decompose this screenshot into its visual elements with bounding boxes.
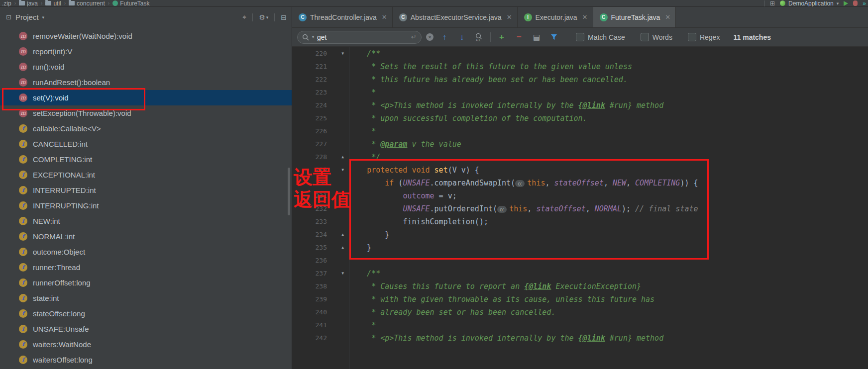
newline-icon[interactable]: ↵ (411, 33, 417, 41)
fold-marker-icon[interactable]: ▲ (327, 228, 349, 241)
run-anything-icon[interactable]: » (863, 0, 866, 7)
code-line[interactable]: 233 finishCompletion(); (292, 215, 868, 228)
code-line[interactable]: 241 * (292, 319, 868, 332)
breadcrumb-item[interactable]: util (44, 0, 62, 7)
code-line[interactable]: 230 if (UNSAFE.compareAndSwapInt(o:this,… (292, 177, 868, 189)
breadcrumb-item[interactable]: FutureTask (111, 0, 150, 7)
tree-item[interactable]: mrun():void (0, 59, 292, 75)
tree-item[interactable]: fUNSAFE:Unsafe (0, 321, 292, 337)
code-line[interactable]: 242 * <p>This method is invoked internal… (292, 332, 868, 345)
select-all-occurrences-icon[interactable]: ▤ (530, 33, 543, 42)
code-line[interactable]: 222 * this future has already been set o… (292, 73, 868, 86)
find-all-icon[interactable]: ALL (473, 33, 486, 41)
fold-marker-icon[interactable]: ▲ (327, 241, 349, 254)
code-line[interactable]: 239 * with the given throwable as its ca… (292, 293, 868, 306)
tree-item[interactable]: fstate:int (0, 290, 292, 306)
code-editor[interactable]: 220▼ /**221 * Sets the result of this fu… (292, 47, 868, 369)
breadcrumb-item[interactable]: java (18, 0, 39, 7)
close-icon[interactable]: ✕ (507, 13, 512, 21)
line-number: 233 (292, 215, 327, 228)
tree-item[interactable]: mreport(int):V (0, 44, 292, 59)
regex-checkbox[interactable]: Regex (688, 33, 720, 41)
tree-item[interactable]: fCANCELLED:int (0, 136, 292, 152)
field-icon: f (19, 356, 27, 364)
breadcrumb-label: java (27, 0, 38, 7)
fold-marker-icon[interactable]: ▼ (327, 47, 349, 60)
field-icon: f (19, 248, 27, 256)
project-panel-title[interactable]: Project (15, 13, 39, 21)
previous-occurrence-icon[interactable]: ↑ (438, 33, 451, 42)
code-line[interactable]: 228▲ */ (292, 151, 868, 164)
code-line[interactable]: 234▲ } (292, 228, 868, 241)
close-icon[interactable]: ✕ (665, 13, 670, 21)
filter-icon[interactable] (547, 34, 560, 40)
code-line[interactable]: 221 * Sets the result of this future to … (292, 60, 868, 73)
remove-selection-icon[interactable]: − (513, 32, 526, 42)
line-number: 225 (292, 112, 327, 125)
fold-marker-icon[interactable]: ▼ (327, 267, 349, 280)
tree-item[interactable]: mremoveWaiter(WaitNode):void (0, 28, 292, 44)
search-history-icon[interactable]: ▾ (312, 35, 314, 39)
code-line[interactable]: 237▼ /** (292, 267, 868, 280)
code-text: /** (349, 47, 868, 60)
code-line[interactable]: 240 * already been set or has been cance… (292, 306, 868, 319)
tree-item[interactable]: fwaiters:WaitNode (0, 337, 292, 352)
tree-item[interactable]: frunner:Thread (0, 260, 292, 275)
match-case-checkbox[interactable]: Match Case (576, 33, 625, 41)
tree-item[interactable]: foutcome:Object (0, 244, 292, 260)
tree-item[interactable]: fstateOffset:long (0, 306, 292, 321)
run-toolbar: ⊞ DemoApplication ▾ » (764, 0, 868, 7)
editor-tab[interactable]: IExecutor.java✕ (518, 7, 593, 27)
settings-icon[interactable]: ⚙▾ (259, 13, 268, 21)
debug-button[interactable] (853, 0, 858, 6)
tool-window-icon[interactable]: ⊞ (770, 0, 775, 7)
code-line[interactable]: 236 (292, 254, 868, 267)
fold-marker-icon[interactable]: ▼ (327, 164, 349, 177)
tree-item[interactable]: msetException(Throwable):void (0, 105, 292, 121)
clear-search-icon[interactable]: ✕ (426, 33, 434, 41)
code-line[interactable]: 229▼ protected void set(V v) { (292, 164, 868, 177)
code-line[interactable]: 238 * Causes this future to report an {@… (292, 280, 868, 293)
next-occurrence-icon[interactable]: ↓ (455, 33, 468, 42)
search-input[interactable]: ▾ get ↵ (297, 31, 422, 44)
tree-item[interactable]: fEXCEPTIONAL:int (0, 167, 292, 183)
words-checkbox[interactable]: Words (641, 33, 672, 41)
code-line[interactable]: 220▼ /** (292, 47, 868, 60)
code-line[interactable]: 225 * upon successful completion of the … (292, 112, 868, 125)
editor-tab[interactable]: CThreadController.java✕ (292, 7, 393, 27)
code-line[interactable]: 226 * (292, 125, 868, 138)
tree-item[interactable]: fcallable:Callable<V> (0, 121, 292, 136)
close-icon[interactable]: ✕ (382, 13, 387, 21)
add-selection-icon[interactable]: + (495, 32, 508, 42)
code-line[interactable]: 227 * @param v the value (292, 138, 868, 151)
collapse-all-icon[interactable]: ⊟ (281, 13, 287, 21)
close-icon[interactable]: ✕ (582, 13, 588, 21)
breadcrumb: .zip›java›util›concurrent›FutureTask (1, 0, 150, 7)
tree-item[interactable]: fCOMPLETING:int (0, 152, 292, 167)
tree-item[interactable]: fwaitersOffset:long (0, 352, 292, 368)
code-text: * <p>This method is invoked internally b… (349, 332, 868, 345)
code-line[interactable]: 232 UNSAFE.putOrderedInt(o:this, stateOf… (292, 202, 868, 215)
select-opened-file-icon[interactable]: ⌖ (242, 13, 246, 21)
scrollbar-thumb[interactable] (288, 168, 290, 215)
breadcrumb-item[interactable]: concurrent (68, 0, 106, 7)
tree-item[interactable]: fNORMAL:int (0, 229, 292, 244)
tree-item[interactable]: fNEW:int (0, 213, 292, 229)
tree-item[interactable]: fINTERRUPTING:int (0, 198, 292, 213)
code-line[interactable]: 224 * <p>This method is invoked internal… (292, 99, 868, 112)
tree-item[interactable]: mrunAndReset():boolean (0, 75, 292, 90)
editor-tab[interactable]: CAbstractExecutorService.java✕ (393, 7, 518, 27)
code-line[interactable]: 235▲ } (292, 241, 868, 254)
breadcrumb-item[interactable]: .zip (1, 0, 12, 7)
fold-marker-icon[interactable]: ▲ (327, 151, 349, 164)
code-line[interactable]: 231 outcome = v; (292, 189, 868, 202)
editor-tab[interactable]: CFutureTask.java✕ (593, 7, 676, 27)
run-button[interactable] (844, 1, 848, 6)
tree-item[interactable]: mset(V):void (0, 90, 292, 105)
code-line[interactable]: 223 * (292, 86, 868, 99)
chevron-down-icon[interactable]: ▾ (42, 15, 45, 20)
tree-item-label: INTERRUPTING:int (33, 201, 99, 210)
tree-item[interactable]: fINTERRUPTED:int (0, 183, 292, 198)
tree-item[interactable]: frunnerOffset:long (0, 275, 292, 290)
run-config-selector[interactable]: DemoApplication ▾ (780, 0, 839, 7)
